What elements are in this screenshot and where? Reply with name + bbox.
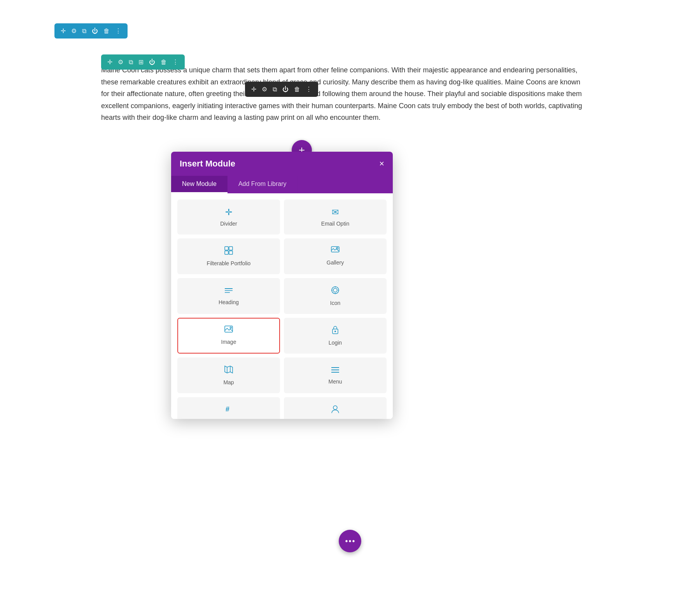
icon-label: Icon [330, 300, 340, 306]
divider-label: Divider [220, 221, 237, 227]
settings-icon-teal[interactable]: ⚙ [118, 58, 123, 66]
svg-point-5 [336, 247, 338, 249]
gallery-icon [331, 246, 340, 256]
filterable-portfolio-icon [224, 246, 233, 257]
delete-icon-dark[interactable]: 🗑 [294, 86, 300, 93]
toolbar-teal: ✛ ⚙ ⧉ ⊞ ⏻ 🗑 ⋮ [101, 54, 185, 70]
svg-point-18 [334, 331, 336, 332]
image-label: Image [221, 339, 236, 345]
fab-dots-icon: ••• [345, 537, 355, 546]
toolbar-dark: ✛ ⚙ ⧉ ⏻ 🗑 ⋮ [245, 82, 318, 97]
svg-rect-3 [229, 251, 233, 254]
svg-point-10 [333, 288, 337, 292]
settings-icon-blue[interactable]: ⚙ [71, 27, 77, 35]
number-counter-icon: # [224, 405, 233, 416]
toolbar-blue: ✛ ⚙ ⧉ ⏻ 🗑 ⋮ [54, 23, 128, 39]
power-icon-dark[interactable]: ⏻ [282, 86, 289, 93]
dialog-tabs: New Module Add From Library [171, 176, 393, 193]
email-optin-icon: ✉ [332, 207, 339, 217]
divider-icon: ✛ [225, 207, 232, 217]
menu-label: Menu [328, 378, 342, 385]
module-item-menu[interactable]: Menu [284, 357, 387, 393]
dialog-close-button[interactable]: × [379, 159, 384, 168]
svg-text:#: # [226, 405, 229, 413]
duplicate-icon-teal[interactable]: ⧉ [129, 59, 133, 66]
svg-rect-2 [225, 251, 228, 254]
login-label: Login [329, 340, 342, 346]
login-icon [332, 326, 339, 336]
module-item-person[interactable]: Person [284, 397, 387, 419]
heading-label: Heading [219, 299, 239, 305]
module-item-heading[interactable]: Heading [177, 278, 280, 314]
module-item-filterable-portfolio[interactable]: Filterable Portfolio [177, 238, 280, 274]
dialog-body: ✛ Divider ✉ Email Optin Filterable [171, 193, 393, 419]
dialog-header: Insert Module × [171, 152, 393, 176]
svg-point-9 [332, 287, 339, 294]
svg-marker-19 [225, 366, 233, 373]
module-item-number-counter[interactable]: # Number Counter [177, 397, 280, 419]
delete-icon-blue[interactable]: 🗑 [103, 28, 110, 35]
menu-icon [331, 365, 340, 375]
move-icon-blue[interactable]: ✛ [61, 27, 66, 35]
svg-rect-0 [225, 247, 228, 250]
insert-module-dialog: Insert Module × New Module Add From Libr… [171, 152, 393, 419]
dialog-title: Insert Module [180, 159, 235, 169]
email-optin-label: Email Optin [321, 221, 349, 227]
module-item-image[interactable]: Image [177, 318, 280, 354]
icon-icon [331, 286, 340, 297]
map-label: Map [223, 379, 234, 385]
module-item-gallery[interactable]: Gallery [284, 238, 387, 274]
filterable-portfolio-label: Filterable Portfolio [207, 260, 251, 266]
more-icon-teal[interactable]: ⋮ [172, 58, 178, 66]
more-icon-dark[interactable]: ⋮ [306, 86, 312, 93]
duplicate-icon-blue[interactable]: ⧉ [82, 28, 86, 35]
module-item-icon[interactable]: Icon [284, 278, 387, 314]
power-icon-teal[interactable]: ⏻ [149, 59, 155, 66]
power-icon-blue[interactable]: ⏻ [92, 28, 98, 35]
map-icon [224, 365, 233, 376]
svg-point-26 [333, 406, 337, 410]
module-item-divider[interactable]: ✛ Divider [177, 200, 280, 235]
article-text: Maine Coon cats possess a unique charm t… [101, 64, 583, 124]
settings-icon-dark[interactable]: ⚙ [262, 86, 267, 93]
move-icon-teal[interactable]: ✛ [107, 58, 112, 66]
image-icon [224, 326, 233, 336]
delete-icon-teal[interactable]: 🗑 [161, 59, 167, 66]
heading-icon [224, 286, 233, 296]
gallery-label: Gallery [327, 259, 344, 266]
tab-new-module[interactable]: New Module [171, 176, 228, 193]
grid-icon-teal[interactable]: ⊞ [138, 58, 144, 66]
bottom-fab-button[interactable]: ••• [339, 530, 361, 552]
article-paragraph: Maine Coon cats possess a unique charm t… [101, 64, 583, 124]
duplicate-icon-dark[interactable]: ⧉ [273, 86, 277, 93]
move-icon-dark[interactable]: ✛ [251, 86, 256, 93]
more-icon-blue[interactable]: ⋮ [115, 27, 121, 35]
module-item-email-optin[interactable]: ✉ Email Optin [284, 200, 387, 235]
page-wrapper: ✛ ⚙ ⧉ ⏻ 🗑 ⋮ ✛ ⚙ ⧉ ⊞ ⏻ 🗑 ⋮ ✛ ⚙ ⧉ ⏻ 🗑 ⋮ Ma… [0, 0, 700, 599]
module-item-map[interactable]: Map [177, 357, 280, 393]
tab-add-from-library[interactable]: Add From Library [228, 176, 298, 193]
svg-rect-1 [229, 247, 233, 250]
person-icon [331, 405, 339, 416]
svg-point-16 [230, 327, 232, 329]
module-item-login[interactable]: Login [284, 318, 387, 354]
